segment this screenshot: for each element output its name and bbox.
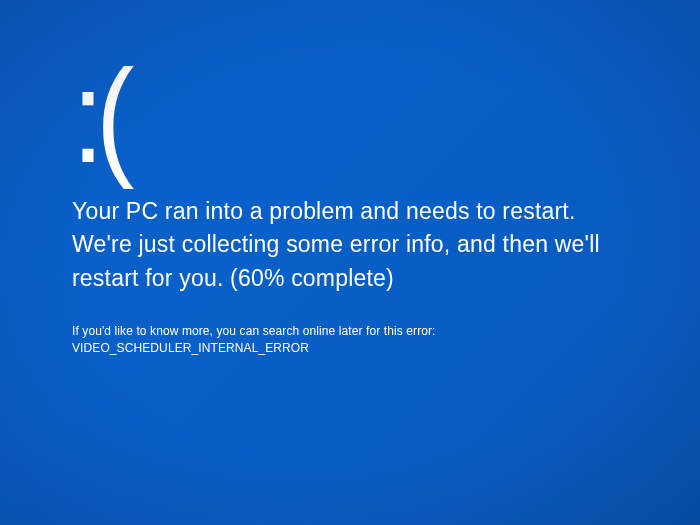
bsod-screen: :( Your PC ran into a problem and needs … <box>0 0 700 525</box>
sad-face-emoticon: :( <box>72 50 628 182</box>
error-detail: If you'd like to know more, you can sear… <box>72 323 628 357</box>
error-message: Your PC ran into a problem and needs to … <box>72 195 628 295</box>
